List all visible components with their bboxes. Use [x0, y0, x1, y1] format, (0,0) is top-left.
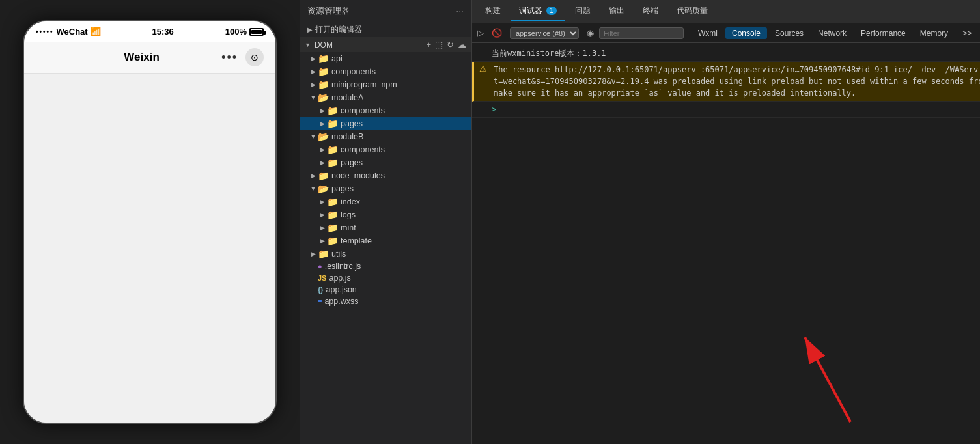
open-editors-section[interactable]: ▶ 打开的编辑器: [300, 22, 471, 37]
carrier-name: WeChat: [57, 27, 88, 36]
nav-scan-button[interactable]: ⊙: [245, 48, 264, 66]
tree-label-pages: pages: [331, 184, 354, 193]
tree-label-moduleB-pages: pages: [341, 158, 363, 167]
tree-arrow-moduleB-components: ▶: [318, 146, 327, 153]
tab-performance[interactable]: Performance: [854, 27, 912, 39]
tree-arrow-api: ▶: [309, 55, 318, 62]
tree-arrow-moduleB: ▼: [309, 133, 318, 140]
tree-item-components[interactable]: ▶📁components: [300, 65, 471, 78]
tree-item-moduleA-components[interactable]: ▶📁components: [300, 104, 471, 117]
wifi-icon: 📶: [91, 27, 101, 36]
tree-item-moduleB[interactable]: ▼📂moduleB: [300, 130, 471, 143]
phone-frame: ••••• WeChat 📶 15:36 100% Weixin ••• ⊙: [23, 20, 277, 424]
eye-icon[interactable]: ◉: [587, 28, 594, 38]
folder-icon-pages: 📂: [318, 184, 329, 194]
dom-label: DOM: [315, 40, 333, 49]
console-line-prompt[interactable]: >: [472, 102, 980, 118]
warn-icon: ⚠: [479, 64, 491, 74]
dom-cloud-icon[interactable]: ☁: [458, 40, 466, 49]
console-warn-text: The resource http://127.0.0.1:65071/apps…: [494, 64, 980, 99]
open-editors-label: 打开的编辑器: [315, 24, 362, 35]
tab-sources[interactable]: Sources: [768, 27, 810, 39]
tab-wxml[interactable]: Wxml: [692, 27, 724, 39]
tree-label-moduleB: moduleB: [331, 132, 363, 141]
explorer-title: 资源管理器: [307, 5, 350, 17]
folder-icon-moduleB-components: 📁: [327, 145, 338, 155]
folder-icon-moduleA: 📂: [318, 92, 329, 103]
dom-folder-icon[interactable]: ⬚: [435, 40, 443, 49]
tab-output[interactable]: 输出: [601, 1, 632, 21]
tab-terminal[interactable]: 终端: [635, 1, 666, 21]
tree-label-api: api: [331, 54, 343, 63]
phone-panel: ••••• WeChat 📶 15:36 100% Weixin ••• ⊙: [0, 0, 300, 444]
nav-dots-button[interactable]: •••: [221, 51, 238, 64]
console-prompt-text[interactable]: >: [492, 104, 980, 115]
phone-title: Weixin: [124, 51, 159, 64]
phone-nav-icons: ••• ⊙: [221, 48, 264, 66]
status-left: ••••• WeChat 📶: [36, 27, 101, 36]
tree-item-utils[interactable]: ▶📁utils: [300, 247, 471, 260]
status-right: 100%: [225, 27, 264, 36]
tree-item-moduleB-components[interactable]: ▶📁components: [300, 143, 471, 156]
tree-item-pages[interactable]: ▼📂pages: [300, 182, 471, 195]
tree-arrow-moduleA-components: ▶: [318, 107, 327, 114]
console-clear-btn[interactable]: 🚫: [489, 27, 505, 39]
tree-arrow-moduleA-pages: ▶: [318, 120, 327, 127]
tree-item-appjs[interactable]: JSapp.js: [300, 272, 471, 284]
folder-icon-utils: 📁: [318, 249, 329, 259]
tree-arrow-components: ▶: [309, 68, 318, 75]
console-info-text: 当前wxministore版本：1.3.1: [492, 48, 980, 59]
folder-icon-pages-template: 📁: [327, 236, 338, 246]
tree-item-api[interactable]: ▶📁api: [300, 52, 471, 65]
tree-item-appwxss[interactable]: ≡app.wxss: [300, 296, 471, 307]
tree-item-pages-logs[interactable]: ▶📁logs: [300, 208, 471, 221]
tree-item-node_modules[interactable]: ▶📁node_modules: [300, 169, 471, 182]
explorer-header: 资源管理器 ···: [300, 0, 471, 22]
tree-item-miniprogram_npm[interactable]: ▶📁miniprogram_npm: [300, 78, 471, 91]
tab-debugger[interactable]: 调试器 1: [511, 1, 565, 21]
tab-build[interactable]: 构建: [477, 1, 509, 21]
tree-item-pages-template[interactable]: ▶📁template: [300, 234, 471, 247]
folder-icon-moduleB: 📂: [318, 132, 329, 142]
tree-label-miniprogram_npm: miniprogram_npm: [331, 80, 397, 89]
phone-nav-bar: Weixin ••• ⊙: [24, 42, 275, 74]
console-arrow-icon[interactable]: ▷: [477, 28, 484, 38]
tab-more[interactable]: >>: [956, 27, 978, 39]
file-explorer-panel: 资源管理器 ··· ▶ 打开的编辑器 ▼ DOM + ⬚ ↻ ☁ ▶📁api▶📁…: [300, 0, 472, 444]
tree-item-pages-index[interactable]: ▶📁index: [300, 195, 471, 208]
explorer-header-icons[interactable]: ···: [456, 6, 464, 16]
tree-item-pages-mint[interactable]: ▶📁mint: [300, 221, 471, 234]
tab-console[interactable]: Console: [725, 27, 767, 39]
console-line-warning: ⚠ The resource http://127.0.0.1:65071/ap…: [472, 62, 980, 102]
dom-refresh-icon[interactable]: ↻: [447, 40, 454, 49]
tree-label-appwxss: app.wxss: [324, 297, 358, 306]
tree-label-pages-mint: mint: [341, 223, 356, 232]
dom-add-icon[interactable]: +: [426, 40, 431, 49]
explorer-more-icon[interactable]: ···: [456, 6, 464, 16]
tab-code-quality[interactable]: 代码质量: [669, 1, 716, 21]
tree-item-appjson[interactable]: {}app.json: [300, 284, 471, 296]
tree-item-moduleA[interactable]: ▼📂moduleA: [300, 91, 471, 104]
tree-arrow-pages-template: ▶: [318, 238, 327, 244]
folder-icon-moduleA-components: 📁: [327, 105, 338, 116]
tab-issues[interactable]: 问题: [567, 1, 598, 21]
dom-header-left: ▼ DOM: [305, 40, 333, 49]
dom-arrow[interactable]: ▼: [305, 42, 311, 48]
battery-percent: 100%: [225, 27, 247, 36]
tab-network[interactable]: Network: [811, 27, 853, 39]
tree-item-moduleB-pages[interactable]: ▶📁pages: [300, 156, 471, 169]
phone-status-bar: ••••• WeChat 📶 15:36 100%: [24, 21, 275, 42]
tree-item-eslintrc[interactable]: ●.eslintrc.js: [300, 260, 471, 272]
context-select[interactable]: appservice (#8): [510, 27, 579, 39]
filter-input[interactable]: [599, 27, 684, 39]
tree-label-appjson: app.json: [326, 285, 357, 294]
console-toolbar: ▷ 🚫 appservice (#8) ◉ Wxml Console Sourc…: [472, 23, 980, 43]
folder-icon-components: 📁: [318, 66, 329, 77]
dom-header-icons: + ⬚ ↻ ☁: [426, 40, 466, 49]
debugger-badge: 1: [546, 7, 557, 15]
tree-label-moduleA-pages: pages: [341, 119, 363, 128]
tab-memory[interactable]: Memory: [914, 27, 955, 39]
tree-label-components: components: [331, 67, 376, 76]
tree-item-moduleA-pages[interactable]: ▶📁pages: [300, 117, 471, 130]
tab-debugger-label: 调试器: [519, 6, 542, 15]
